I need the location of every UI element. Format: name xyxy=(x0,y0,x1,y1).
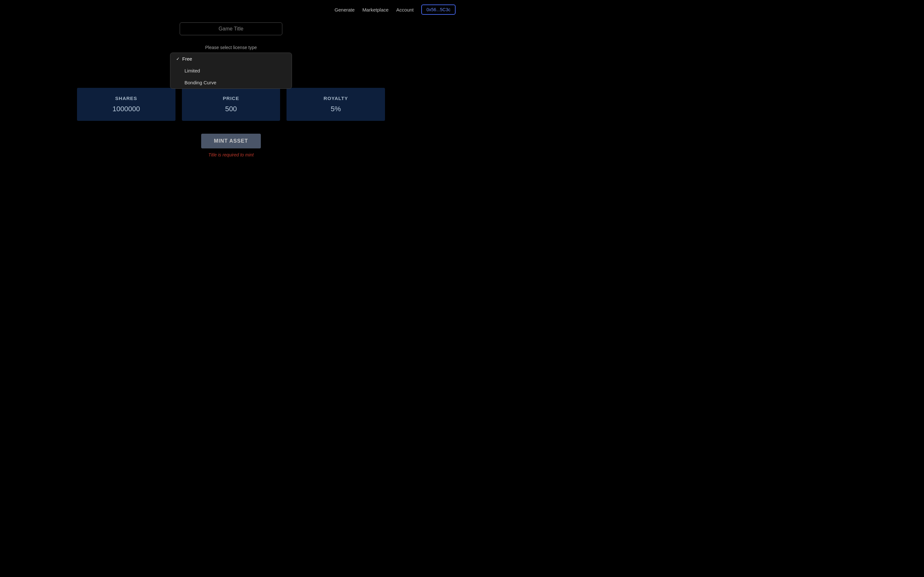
main-content: Please select license type ✓ Free Limite… xyxy=(0,0,462,157)
dropdown-label-bonding-curve: Bonding Curve xyxy=(184,80,216,85)
dropdown-label-limited: Limited xyxy=(184,68,200,73)
nav-account[interactable]: Account xyxy=(396,7,414,13)
game-title-input[interactable] xyxy=(180,23,282,35)
navbar: Generate Marketplace Account 0x56...5C3c xyxy=(0,0,462,19)
stat-value-price: 500 xyxy=(187,105,275,113)
license-label: Please select license type xyxy=(205,45,257,50)
mint-error-text: Title is required to mint xyxy=(208,152,254,157)
nav-generate[interactable]: Generate xyxy=(334,7,355,13)
license-dropdown-menu[interactable]: ✓ Free Limited Bonding Curve xyxy=(170,53,292,89)
check-icon: ✓ xyxy=(176,56,180,61)
dropdown-label-free: Free xyxy=(182,56,192,61)
stat-value-shares: 1000000 xyxy=(82,105,170,113)
stat-label-royalty: ROYALTY xyxy=(292,95,380,101)
stat-label-shares: SHARES xyxy=(82,95,170,101)
stat-card-royalty: ROYALTY 5% xyxy=(286,88,385,121)
nav-marketplace[interactable]: Marketplace xyxy=(362,7,389,13)
dropdown-item-free[interactable]: ✓ Free xyxy=(170,53,292,65)
mint-section: MINT ASSET Title is required to mint xyxy=(201,134,261,157)
mint-asset-button[interactable]: MINT ASSET xyxy=(201,134,261,148)
stat-label-price: PRICE xyxy=(187,95,275,101)
stat-card-shares: SHARES 1000000 xyxy=(77,88,176,121)
wallet-button[interactable]: 0x56...5C3c xyxy=(421,5,456,15)
stat-card-price: PRICE 500 xyxy=(182,88,280,121)
dropdown-item-limited[interactable]: Limited xyxy=(170,65,292,77)
stat-value-royalty: 5% xyxy=(292,105,380,113)
dropdown-item-bonding-curve[interactable]: Bonding Curve xyxy=(170,77,292,89)
stats-row: SHARES 1000000 PRICE 500 ROYALTY 5% xyxy=(77,88,385,121)
license-section: Please select license type ✓ Free Limite… xyxy=(170,45,292,53)
